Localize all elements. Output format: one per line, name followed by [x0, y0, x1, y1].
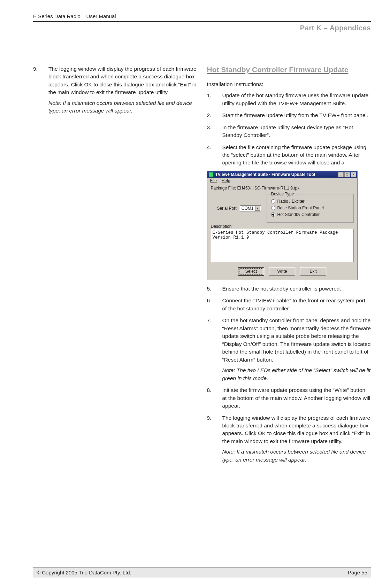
list-number: 7.	[207, 317, 222, 382]
list-text: In the firmware update utility select de…	[222, 124, 371, 139]
list-number: 6.	[207, 297, 222, 312]
app-icon	[209, 172, 214, 177]
list-text: Select the file containing the firmware …	[222, 144, 371, 167]
exit-button[interactable]: Exit	[300, 267, 326, 276]
list-item: 9. The logging window will display the p…	[207, 414, 371, 464]
intro-text: Installation Instructions:	[207, 81, 371, 87]
chevron-down-icon: ▾	[255, 206, 260, 211]
list-item: 6. Connect the “TVIEW+ cable” to the fro…	[207, 297, 371, 312]
section-heading: Hot Standby Controller Firmware Update	[207, 65, 371, 74]
right-column: Hot Standby Controller Firmware Update I…	[207, 65, 371, 468]
select-button[interactable]: Select	[238, 267, 264, 276]
part-label: Part K – Appendices	[33, 24, 371, 32]
note-text: Note: The two LEDs either side of the “S…	[222, 366, 371, 382]
menu-help[interactable]: Help	[222, 178, 230, 183]
serial-port-label: Serial Port:	[217, 206, 238, 211]
radio-label: Hot Standby Controller	[277, 212, 320, 217]
note-text: Note: If a mismatch occurs between selec…	[222, 448, 371, 464]
list-number: 9.	[207, 414, 222, 464]
radio-icon	[271, 199, 275, 203]
package-label: Package File:	[211, 186, 236, 191]
description-label: Description	[207, 223, 357, 229]
copyright-text: © Copyright 2005 Trio DataCom Pty. Ltd.	[37, 570, 131, 575]
radio-label: Radio / Exciter	[277, 199, 305, 204]
list-text: Start the firmware update utility from t…	[222, 111, 371, 119]
list-number: 8.	[207, 386, 222, 410]
list-text: Initiate the firmware update process usi…	[222, 386, 371, 410]
list-number: 2.	[207, 111, 222, 119]
list-text: On the hot standby controller front pane…	[222, 317, 371, 364]
firmware-tool-window: TView+ Management Suite - Firmware Updat…	[207, 171, 358, 280]
list-text: Update of the hot standby firmware uses …	[222, 92, 371, 107]
radio-label: Base Station Front Panel	[277, 206, 324, 210]
list-item: 1. Update of the hot standby firmware us…	[207, 92, 371, 107]
note-text: Note: If a mismatch occurs between selec…	[48, 99, 197, 115]
radio-exciter-option[interactable]: Radio / Exciter	[271, 199, 349, 204]
device-type-group: Device Type Radio / Exciter Base Station…	[267, 194, 354, 223]
list-text: Connect the “TVIEW+ cable” to the front …	[222, 297, 371, 312]
package-file-row: Package File: EH450-HSC-Firmware-R1.1.9.…	[207, 184, 357, 192]
left-column: 9. The logging window will display the p…	[33, 65, 197, 468]
radio-icon	[271, 212, 275, 217]
description-text: E-Series Hot Standby Controller Firmware…	[211, 229, 354, 262]
minimize-button[interactable]: _	[338, 172, 344, 177]
window-titlebar: TView+ Management Suite - Firmware Updat…	[207, 171, 357, 178]
list-number: 3.	[207, 124, 222, 139]
list-item: 5. Ensure that the hot standby controlle…	[207, 285, 371, 293]
list-text: The logging window will display the prog…	[222, 414, 371, 446]
base-station-option[interactable]: Base Station Front Panel	[271, 206, 349, 210]
list-item: 3. In the firmware update utility select…	[207, 124, 371, 139]
list-number: 1.	[207, 92, 222, 107]
write-button[interactable]: Write	[269, 267, 295, 276]
window-title: TView+ Management Suite - Firmware Updat…	[215, 172, 315, 177]
list-item: 8. Initiate the firmware update process …	[207, 386, 371, 410]
list-number: 4.	[207, 144, 222, 167]
maximize-button[interactable]: □	[344, 172, 350, 177]
footer: © Copyright 2005 Trio DataCom Pty. Ltd. …	[33, 567, 371, 578]
hot-standby-option[interactable]: Hot Standby Controller	[271, 212, 349, 217]
package-file-value: EH450-HSC-Firmware-R1.1.9.tpk	[237, 186, 300, 191]
serial-port-combo[interactable]: COM1 ▾	[240, 205, 261, 211]
group-title: Device Type	[270, 192, 296, 196]
list-item: 9. The logging window will display the p…	[33, 65, 197, 115]
radio-icon	[271, 206, 275, 210]
manual-header: E Series Data Radio – User Manual	[33, 13, 371, 22]
list-item: 4. Select the file containing the firmwa…	[207, 144, 371, 167]
page-number: Page 55	[348, 570, 367, 575]
list-number: 9.	[33, 65, 48, 115]
menu-file[interactable]: File	[210, 178, 217, 183]
list-item: 2. Start the firmware update utility fro…	[207, 111, 371, 119]
menu-bar: File Help	[207, 178, 357, 184]
list-text: Ensure that the hot standby controller i…	[222, 285, 371, 293]
list-text: The logging window will display the prog…	[48, 65, 197, 96]
serial-port-value: COM1	[242, 206, 254, 211]
close-button[interactable]: ×	[351, 172, 356, 177]
list-item: 7. On the hot standby controller front p…	[207, 317, 371, 382]
list-number: 5.	[207, 285, 222, 293]
